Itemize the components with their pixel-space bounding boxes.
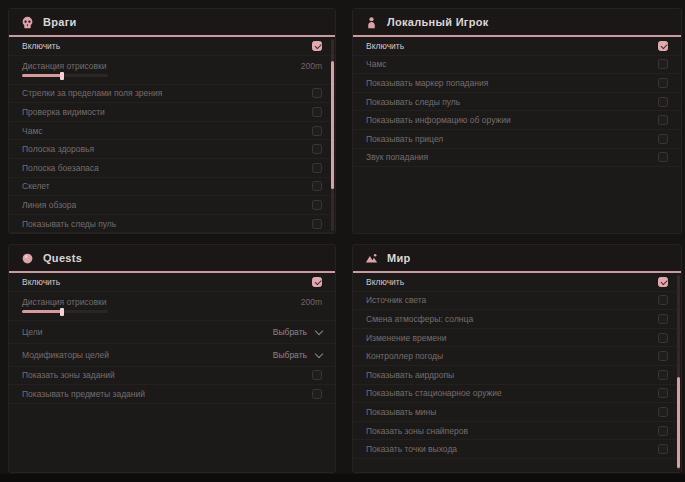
setting-label: Показывать прицел <box>366 134 443 144</box>
checkbox[interactable] <box>312 200 322 210</box>
checkbox[interactable] <box>658 134 668 144</box>
slider[interactable] <box>22 74 108 77</box>
toggle-row[interactable]: Показывать стационарное оружие <box>353 385 681 404</box>
checkbox[interactable] <box>658 97 668 107</box>
slider-row[interactable]: Дистанция отрисовки 200m <box>9 56 335 85</box>
scrollbar-thumb[interactable] <box>677 377 680 468</box>
setting-label: Изменение времени <box>366 333 447 343</box>
toggle-row[interactable]: Источник света <box>353 292 681 311</box>
toggle-row[interactable]: Показывать предметы заданий <box>9 385 335 404</box>
toggle-row[interactable]: Включить <box>353 273 681 292</box>
toggle-row[interactable]: Полоска здоровья <box>9 140 335 159</box>
dropdown-row[interactable]: Модификаторы целей Выбрать <box>9 344 335 367</box>
checkbox[interactable] <box>658 152 668 162</box>
setting-label: Включить <box>22 41 60 51</box>
toggle-row[interactable]: Показать зоны снайперов <box>353 422 681 441</box>
toggle-row[interactable]: Линия обзора <box>9 196 335 215</box>
toggle-row[interactable]: Скелет <box>9 178 335 197</box>
dropdown-selected-value: Выбрать <box>273 350 307 360</box>
checkbox[interactable] <box>658 41 668 51</box>
setting-label: Линия обзора <box>22 200 76 210</box>
checkbox[interactable] <box>658 59 668 69</box>
skull-icon <box>21 16 34 29</box>
checkbox[interactable] <box>658 115 668 125</box>
toggle-row[interactable]: Показать зоны заданий <box>9 367 335 386</box>
slider-handle[interactable] <box>60 308 64 316</box>
setting-label: Показывать маркер попадания <box>366 78 488 88</box>
dropdown-row[interactable]: Цели Выбрать <box>9 321 335 344</box>
slider-row[interactable]: Дистанция отрисовки 200m <box>9 292 335 321</box>
setting-label: Звук попадания <box>366 152 428 162</box>
setting-label: Цели <box>22 327 42 337</box>
toggle-row[interactable]: Чамс <box>9 122 335 141</box>
toggle-row[interactable]: Показывать информацию об оружии <box>353 111 681 130</box>
setting-label: Стрелки за пределами поля зрения <box>22 88 162 98</box>
panel-body: Включить Дистанция отрисовки 200m Стрелк… <box>9 37 335 233</box>
toggle-row[interactable]: Включить <box>9 37 335 56</box>
checkbox[interactable] <box>312 219 322 229</box>
bottom-bar <box>0 474 685 482</box>
toggle-row[interactable]: Проверка видимости <box>9 103 335 122</box>
toggle-row[interactable]: Контроллер погоды <box>353 347 681 366</box>
checkbox[interactable] <box>658 388 668 398</box>
toggle-row[interactable]: Звук попадания <box>353 149 681 168</box>
setting-label: Проверка видимости <box>22 107 105 117</box>
checkbox[interactable] <box>312 107 322 117</box>
checkbox[interactable] <box>658 333 668 343</box>
scrollbar-track[interactable] <box>331 39 334 231</box>
panel-body: Включить Дистанция отрисовки 200m Цели В… <box>9 273 335 472</box>
toggle-row[interactable]: Показывать аирдропы <box>353 366 681 385</box>
setting-label: Включить <box>366 41 404 51</box>
toggle-row[interactable]: Включить <box>9 273 335 292</box>
checkbox[interactable] <box>312 389 322 399</box>
toggle-row[interactable]: Изменение времени <box>353 329 681 348</box>
setting-label: Показывать следы пуль <box>366 97 460 107</box>
setting-label: Источник света <box>366 295 426 305</box>
setting-label: Включить <box>22 277 60 287</box>
scrollbar-track[interactable] <box>677 275 680 470</box>
setting-label: Показывать стационарное оружие <box>366 388 502 398</box>
checkbox[interactable] <box>658 351 668 361</box>
toggle-row[interactable]: Стрелки за пределами поля зрения <box>9 85 335 104</box>
toggle-row[interactable]: Показывать маркер попадания <box>353 74 681 93</box>
checkbox[interactable] <box>658 277 668 287</box>
checkbox[interactable] <box>658 370 668 380</box>
toggle-row[interactable]: Показывать прицел <box>353 130 681 149</box>
toggle-row[interactable]: Смена атмосферы: солнца <box>353 310 681 329</box>
panel-quests: Quests Включить Дистанция отрисовки 200m… <box>8 244 336 473</box>
checkbox[interactable] <box>658 295 668 305</box>
setting-label: Дистанция отрисовки <box>22 297 107 307</box>
checkbox[interactable] <box>658 78 668 88</box>
toggle-row[interactable]: Показать точки выхода <box>353 440 681 459</box>
slider-handle[interactable] <box>60 72 64 80</box>
setting-label: Контроллер погоды <box>366 351 443 361</box>
slider[interactable] <box>22 310 108 313</box>
setting-label: Показывать аирдропы <box>366 370 454 380</box>
panel-title: Мир <box>387 252 411 264</box>
panel-local-player: Локальный Игрок Включить Чамс Показывать… <box>352 8 682 234</box>
checkbox[interactable] <box>312 88 322 98</box>
dropdown-select[interactable]: Выбрать <box>273 350 322 360</box>
dropdown-select[interactable]: Выбрать <box>273 327 322 337</box>
checkbox[interactable] <box>312 277 322 287</box>
checkbox[interactable] <box>312 163 322 173</box>
setting-label: Показывать информацию об оружии <box>366 115 511 125</box>
setting-label: Дистанция отрисовки <box>22 61 107 71</box>
toggle-row[interactable]: Включить <box>353 37 681 56</box>
checkbox[interactable] <box>658 314 668 324</box>
toggle-row[interactable]: Показывать мины <box>353 403 681 422</box>
checkbox[interactable] <box>312 126 322 136</box>
toggle-row[interactable]: Показывать следы пуль <box>353 93 681 112</box>
toggle-row[interactable]: Чамс <box>353 56 681 75</box>
checkbox[interactable] <box>312 144 322 154</box>
toggle-row[interactable]: Показывать следы пуль <box>9 215 335 233</box>
checkbox[interactable] <box>312 41 322 51</box>
checkbox[interactable] <box>658 444 668 454</box>
toggle-row[interactable]: Полоска боезапаса <box>9 159 335 178</box>
scrollbar-thumb[interactable] <box>331 61 334 189</box>
checkbox[interactable] <box>658 407 668 417</box>
panel-title: Quests <box>43 252 82 264</box>
checkbox[interactable] <box>312 181 322 191</box>
checkbox[interactable] <box>312 370 322 380</box>
checkbox[interactable] <box>658 426 668 436</box>
